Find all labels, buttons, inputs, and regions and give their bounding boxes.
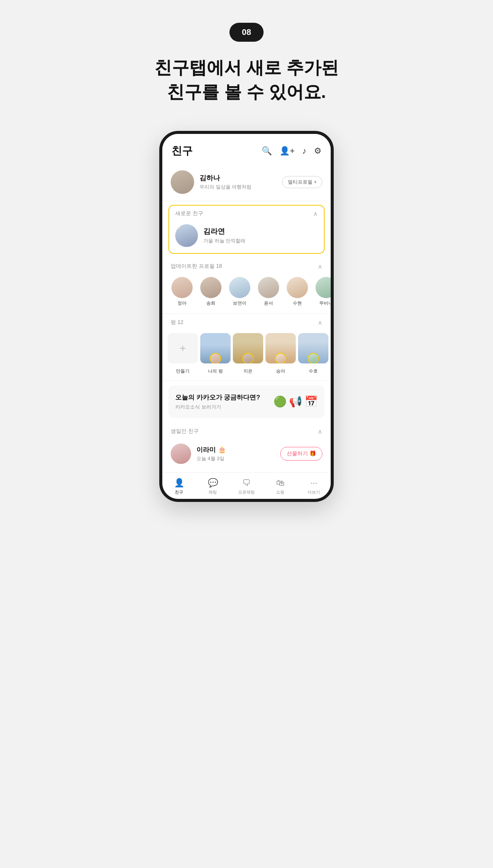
emoji-calendar: 📅 (305, 395, 318, 408)
music-icon[interactable]: ♪ (302, 146, 306, 156)
shop-nav-label: 쇼핑 (276, 489, 284, 495)
friend-name-4: 윤서 (264, 300, 273, 307)
my-profile-info: 김하나 우리의 일상을 여행처럼 (199, 173, 277, 190)
birthday-title: 생일인 친구 (171, 428, 199, 435)
new-friend-chevron: ∧ (313, 210, 318, 217)
friends-nav-label: 친구 (175, 489, 183, 495)
multi-profile-button[interactable]: 멀티프로필 + (282, 176, 322, 188)
new-friend-name: 김라연 (203, 226, 245, 236)
pyeon-label-2: 지은 (233, 368, 263, 374)
headline: 친구탭에서 새로 추가된 친구를 볼 수 있어요. (154, 55, 339, 104)
app-header: 친구 🔍 👤+ ♪ ⚙ (162, 134, 331, 165)
birthday-name: 이라미 🎂 (196, 445, 226, 454)
my-profile[interactable]: 김하나 우리의 일상을 여행처럼 멀티프로필 + (162, 165, 331, 201)
pyeon-title: 펑 12 (171, 319, 183, 326)
pyeon-label-3: 승아 (265, 368, 296, 374)
nav-item-open-chat[interactable]: 🗨 오픈채팅 (230, 478, 264, 495)
pyeon-card-4[interactable] (298, 333, 328, 363)
nav-item-shop[interactable]: 🛍 쇼핑 (263, 478, 297, 495)
birthday-item[interactable]: 이라미 🎂 오늘 4월 3일 선물하기 🎁 (162, 439, 331, 469)
pyeon-card-1[interactable] (200, 333, 231, 363)
app-title: 친구 (171, 144, 193, 158)
chat-nav-label: 채팅 (209, 489, 217, 495)
new-friend-item[interactable]: 김라연 가을 하늘 만끽할래 (169, 220, 324, 253)
open-chat-nav-label: 오픈채팅 (238, 489, 255, 495)
chat-nav-icon: 💬 (208, 478, 218, 488)
emoji-notice: 📢 (289, 395, 302, 408)
my-profile-name: 김하나 (199, 173, 277, 182)
friend-name-1: 정아 (177, 300, 187, 307)
bottom-nav: 👤 친구 💬 채팅 🗨 오픈채팅 🛍 쇼핑 ··· 더보기 (162, 472, 331, 499)
friends-nav-icon: 👤 (174, 478, 184, 488)
updated-chevron: ∧ (318, 263, 322, 270)
pyeon-label-1: 나의 펑 (200, 368, 231, 374)
pyeon-chevron: ∧ (318, 319, 322, 326)
my-profile-avatar (171, 170, 194, 194)
kakao-notice-sub: 카카오소식 보러가기 (175, 404, 260, 410)
friend-name-2: 송희 (206, 300, 215, 307)
pyeon-row: + (162, 330, 331, 366)
kakao-notice-inner: 오늘의 카카오가 궁금하다면? 카카오소식 보러가기 🟢 📢 📅 (175, 393, 318, 410)
birthday-emoji: 🎂 (218, 446, 226, 454)
new-friend-header: 새로운 친구 ∧ (169, 206, 324, 220)
friend-name-5: 수현 (293, 300, 302, 307)
phone-frame: 친구 🔍 👤+ ♪ ⚙ 김하나 우리의 일상을 여행처럼 멀티프로필 + 새로운… (159, 131, 334, 502)
new-friend-avatar (175, 224, 198, 247)
my-profile-status: 우리의 일상을 여행처럼 (199, 184, 277, 190)
pyeon-label-0: 만들기 (168, 368, 198, 374)
emoji-kakao: 🟢 (273, 395, 287, 408)
pyeon-card-2[interactable] (233, 333, 263, 363)
search-icon[interactable]: 🔍 (262, 146, 272, 156)
new-friend-title: 새로운 친구 (175, 210, 203, 217)
birthday-date: 오늘 4월 3일 (196, 455, 226, 462)
new-dot (176, 225, 180, 229)
kakao-notice-title: 오늘의 카카오가 궁금하다면? (175, 393, 260, 402)
pyeon-card-3[interactable] (265, 333, 296, 363)
new-friend-section: 새로운 친구 ∧ 김라연 가을 하늘 만끽할래 (168, 205, 325, 254)
updated-header: 업데이트한 프로필 18 ∧ (162, 258, 331, 274)
new-friend-info: 김라연 가을 하늘 만끽할래 (203, 226, 245, 244)
friend-circle-2[interactable]: 송희 (198, 277, 224, 307)
kakao-notice-emojis: 🟢 📢 📅 (273, 395, 318, 408)
friend-name-6: 뚜비니 (319, 300, 331, 307)
add-friend-icon[interactable]: 👤+ (279, 146, 295, 156)
pyeon-label-4: 수호 (298, 368, 328, 374)
birthday-header: 생일인 친구 ∧ (162, 423, 331, 439)
more-nav-label: 더보기 (308, 489, 320, 495)
kakao-notice[interactable]: 오늘의 카카오가 궁금하다면? 카카오소식 보러가기 🟢 📢 📅 (168, 385, 325, 418)
pyeon-header: 펑 12 ∧ (162, 314, 331, 330)
pyeon-make-card[interactable]: + (168, 333, 198, 363)
more-nav-icon: ··· (310, 478, 317, 488)
nav-item-more[interactable]: ··· 더보기 (297, 478, 331, 495)
birthday-section: 생일인 친구 ∧ 이라미 🎂 오늘 4월 3일 선물하기 🎁 (162, 423, 331, 472)
new-friend-status: 가을 하늘 만끽할래 (203, 237, 245, 244)
friend-name-3: 보연이 (233, 300, 246, 307)
settings-icon[interactable]: ⚙ (314, 146, 322, 156)
friend-list-row: 정아 송희 보연이 윤서 수현 뚜비니 (162, 274, 331, 310)
birthday-chevron: ∧ (318, 428, 322, 435)
shop-nav-icon: 🛍 (276, 478, 284, 488)
friend-circle-1[interactable]: 정아 (169, 277, 195, 307)
friend-circle-6[interactable]: 뚜비니 (313, 277, 331, 307)
birthday-avatar (171, 443, 191, 464)
updated-title: 업데이트한 프로필 18 (171, 263, 222, 270)
nav-item-friends[interactable]: 👤 친구 (162, 478, 196, 495)
step-badge: 08 (229, 23, 264, 42)
nav-item-chat[interactable]: 💬 채팅 (196, 478, 230, 495)
pyeon-section: 펑 12 ∧ + 만들기 나의 펑 지은 승아 수호 (162, 314, 331, 381)
gift-button[interactable]: 선물하기 🎁 (280, 447, 322, 461)
open-chat-nav-icon: 🗨 (242, 478, 251, 488)
friend-circle-3[interactable]: 보연이 (227, 277, 253, 307)
birthday-info: 이라미 🎂 오늘 4월 3일 (196, 445, 226, 462)
friend-circle-5[interactable]: 수현 (284, 277, 310, 307)
updated-section: 업데이트한 프로필 18 ∧ 정아 송희 보연이 윤서 수현 (162, 258, 331, 313)
pyeon-label-row: 만들기 나의 펑 지은 승아 수호 (162, 366, 331, 374)
header-icons: 🔍 👤+ ♪ ⚙ (262, 146, 322, 156)
friend-circle-4[interactable]: 윤서 (256, 277, 281, 307)
